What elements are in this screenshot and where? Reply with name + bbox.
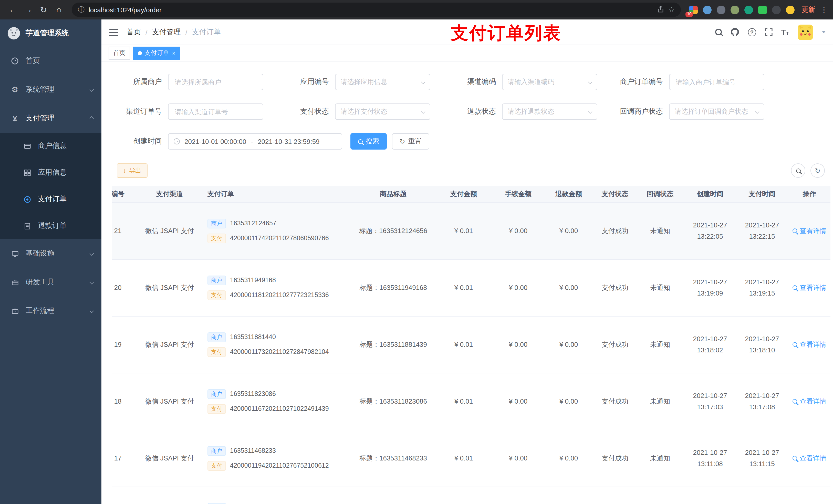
user-menu-caret-icon[interactable]: [822, 31, 826, 33]
cell-pay-time: 2021-10-2713:17:08: [736, 373, 788, 430]
sidebar-item-pay-order[interactable]: 支付订单: [0, 186, 101, 213]
col-create-time: 创建时间: [684, 186, 736, 202]
browser-update-button[interactable]: 更新: [802, 5, 815, 14]
sidebar-item-merchant-info[interactable]: 商户信息: [0, 133, 101, 159]
pin-extension-icon[interactable]: [772, 5, 781, 14]
chevron-down-icon: [421, 110, 426, 114]
cell-create-time: 2021-10-2713:22:05: [684, 202, 736, 259]
briefcase-icon: [10, 307, 20, 315]
order-table-wrap: 编号 支付渠道 支付订单 商品标题 支付金额 手续金额 退款金额 支付状态 回调…: [112, 186, 830, 504]
tag-home[interactable]: 首页: [109, 46, 130, 60]
cell-channel: [136, 486, 204, 504]
cell-amount: ¥ 0.01: [434, 316, 493, 373]
yen-icon: ¥: [10, 114, 20, 123]
github-icon[interactable]: [730, 28, 739, 37]
col-refund: 退款金额: [544, 186, 594, 202]
cell-channel: 微信 JSAPI 支付: [136, 373, 204, 430]
view-detail-link[interactable]: 查看详情: [792, 283, 826, 292]
field-app-no: 应用编号 请选择应用信息: [275, 74, 436, 90]
app-no-select[interactable]: 请选择应用信息: [335, 74, 430, 90]
breadcrumb-home[interactable]: 首页: [126, 27, 141, 37]
cell-fee: ¥ 0.00: [493, 430, 544, 486]
browser-menu-icon[interactable]: ⋮: [820, 5, 828, 14]
field-channel-code: 渠道编码 请输入渠道编码: [442, 74, 603, 90]
search-button[interactable]: 搜索: [351, 133, 387, 149]
channel-order-no-input[interactable]: [168, 103, 263, 120]
breadcrumb-pay-management[interactable]: 支付管理: [152, 27, 181, 37]
document-icon: [23, 222, 32, 230]
browser-window: ← → ↻ ⌂ ⓘ localhost:1024/pay/order ☆ 10 …: [0, 0, 833, 504]
refund-status-select[interactable]: 请选择退款状态: [502, 103, 597, 120]
forward-button[interactable]: →: [21, 2, 36, 18]
pay-status-select[interactable]: 请选择支付状态: [335, 103, 430, 120]
sidebar-item-infra[interactable]: 基础设施: [0, 239, 101, 268]
notify-status-select[interactable]: 请选择订单回调商户状态: [669, 103, 764, 120]
cell-pay-time: 2021-10-2713:18:10: [736, 316, 788, 373]
magnifier-icon: [792, 456, 797, 460]
cell-create-time: 2021-10-2713:18:02: [684, 316, 736, 373]
refresh-icon: ↻: [400, 138, 405, 145]
site-info-icon[interactable]: ⓘ: [78, 5, 85, 14]
view-detail-link[interactable]: 查看详情: [792, 226, 826, 235]
field-refund-status: 退款状态 请选择退款状态: [442, 103, 603, 120]
logo-avatar: [7, 26, 21, 40]
font-size-icon[interactable]: TT: [781, 28, 789, 37]
pay-tag: 支付: [208, 233, 226, 243]
view-detail-link[interactable]: 查看详情: [792, 397, 826, 406]
chevron-down-icon: [90, 280, 94, 285]
cell-order: 商户 1635311949168 支付 42000011812021102777…: [204, 259, 352, 316]
sidebar-item-refund-order[interactable]: 退款订单: [0, 213, 101, 239]
sidebar-item-workflow[interactable]: 工作流程: [0, 296, 101, 325]
address-bar[interactable]: ⓘ localhost:1024/pay/order ☆: [72, 3, 681, 17]
col-action: 操作: [788, 186, 830, 202]
sidebar-item-payment[interactable]: ¥ 支付管理: [0, 104, 101, 133]
view-detail-link[interactable]: 查看详情: [792, 454, 826, 463]
cell-create-time: 2021-10-2713:19:09: [684, 259, 736, 316]
drop-extension-icon[interactable]: [703, 5, 712, 14]
create-time-range-input[interactable]: 2021-10-01 00:00:00 - 2021-10-31 23:59:5…: [168, 133, 342, 149]
cell-fee: [493, 486, 544, 504]
table-row: 20 微信 JSAPI 支付 商户 1635311949168 支付 42000…: [112, 259, 830, 316]
sidebar-item-devtools[interactable]: 研发工具: [0, 268, 101, 296]
fullscreen-icon[interactable]: [765, 28, 772, 36]
ring-extension-icon[interactable]: [731, 5, 739, 14]
clock-icon: [174, 138, 180, 144]
search-icon[interactable]: [715, 29, 721, 35]
toolbox-icon: [10, 279, 20, 286]
face-extension-icon[interactable]: [786, 5, 794, 14]
app-title: 芋道管理系统: [26, 28, 69, 38]
hamburger-icon[interactable]: [109, 28, 118, 35]
magnifier-icon: [792, 229, 797, 233]
green-square-extension-icon[interactable]: [758, 5, 767, 14]
active-dot-icon: [138, 51, 142, 55]
cell-action: 查看详情: [788, 430, 830, 486]
help-icon[interactable]: ?: [748, 28, 756, 36]
toggle-search-button[interactable]: [791, 163, 805, 178]
view-detail-link[interactable]: 查看详情: [792, 340, 826, 349]
sidebar-item-app-info[interactable]: 应用信息: [0, 159, 101, 186]
close-tag-icon[interactable]: ×: [172, 50, 175, 56]
reload-button[interactable]: ↻: [36, 2, 51, 18]
bookmark-star-icon[interactable]: ☆: [668, 6, 675, 14]
user-avatar[interactable]: [798, 24, 813, 40]
tag-pay-order[interactable]: 支付订单 ×: [133, 46, 180, 60]
owner-merchant-input[interactable]: [168, 74, 263, 90]
col-amount: 支付金额: [434, 186, 493, 202]
reset-button[interactable]: ↻ 重置: [392, 133, 429, 149]
globe-extension-icon[interactable]: [717, 5, 725, 14]
sidebar-item-home[interactable]: 首页: [0, 47, 101, 75]
channel-code-select[interactable]: 请输入渠道编码: [502, 74, 597, 90]
export-button[interactable]: ↓ 导出: [117, 163, 147, 178]
home-button[interactable]: ⌂: [51, 2, 67, 18]
url-text: localhost:1024/pay/order: [89, 6, 162, 14]
order-table: 编号 支付渠道 支付订单 商品标题 支付金额 手续金额 退款金额 支付状态 回调…: [112, 186, 830, 504]
chatgpt-extension-icon[interactable]: [744, 5, 753, 14]
merchant-order-no-input[interactable]: [669, 74, 764, 90]
sidebar-item-system[interactable]: ⚙ 系统管理: [0, 75, 101, 104]
share-icon[interactable]: [658, 5, 664, 14]
col-pay-time: 支付时间: [736, 186, 788, 202]
palette-extension-icon[interactable]: 10: [689, 5, 698, 14]
back-button[interactable]: ←: [5, 2, 21, 18]
col-channel: 支付渠道: [136, 186, 204, 202]
refresh-table-button[interactable]: ↻: [810, 163, 825, 178]
